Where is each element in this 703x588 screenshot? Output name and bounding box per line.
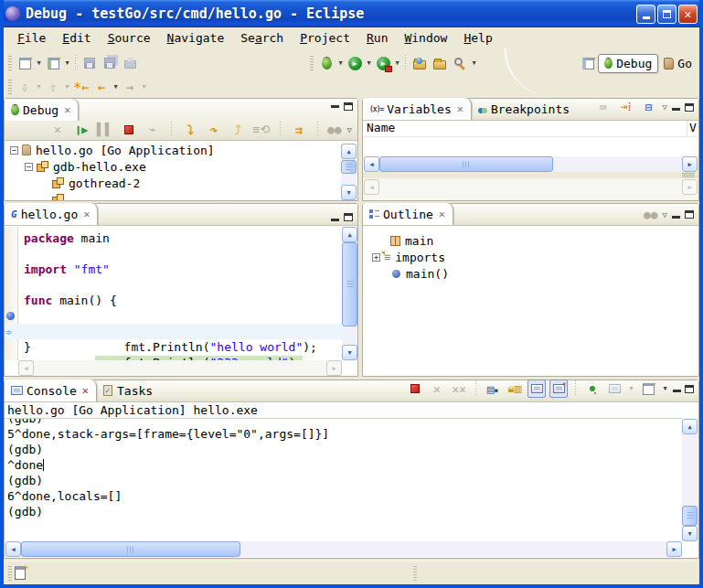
maximize-view-button[interactable] xyxy=(344,102,353,111)
breakpoint-icon[interactable] xyxy=(6,312,15,320)
step-into-button[interactable]: ⤵ xyxy=(181,121,199,139)
search-dropdown[interactable]: ▼ xyxy=(470,59,478,67)
debug-tree[interactable]: − hello.go [Go Application] − gdb-hello.… xyxy=(5,142,357,200)
perspective-debug-button[interactable]: Debug xyxy=(598,54,658,73)
menu-window[interactable]: Window xyxy=(396,29,455,47)
show-stdout-toggle[interactable] xyxy=(527,380,546,398)
step-over-button[interactable]: ↷ xyxy=(205,121,223,139)
new-project-button[interactable] xyxy=(43,53,63,73)
toolbar-drag-handle[interactable] xyxy=(8,56,12,70)
scroll-thumb[interactable] xyxy=(682,506,698,526)
suspend-button[interactable]: ▌▌ xyxy=(96,121,114,139)
console-hscrollbar[interactable]: ◀ ▶ xyxy=(5,541,682,557)
fast-view-button[interactable] xyxy=(15,566,26,580)
menu-help[interactable]: Help xyxy=(455,29,500,47)
outline-item-package[interactable]: main xyxy=(363,232,698,249)
scroll-down-icon[interactable]: ▼ xyxy=(342,345,357,360)
disconnect-button[interactable]: ⌁ xyxy=(144,121,162,139)
maximize-view-button[interactable] xyxy=(685,210,694,219)
back-dropdown[interactable]: ▼ xyxy=(112,83,120,91)
console-terminate-button[interactable] xyxy=(406,380,424,398)
scroll-lock-button[interactable]: 🔒︎▥ xyxy=(506,380,524,398)
scroll-left-icon[interactable]: ◀ xyxy=(5,541,21,557)
toolbar-drag-handle[interactable] xyxy=(310,56,314,70)
view-menu-icon[interactable]: ▽ xyxy=(347,125,352,134)
debug-tree-row-launch[interactable]: − hello.go [Go Application] xyxy=(5,142,357,158)
drop-to-frame-button[interactable]: ≡⟲ xyxy=(252,121,271,139)
scroll-right-icon[interactable]: ▶ xyxy=(682,156,698,172)
outline-item-main-func[interactable]: main() xyxy=(363,265,698,282)
code-line-breakpoint[interactable]: fmt.Println("hello world"); xyxy=(5,308,342,324)
close-window-button[interactable]: ✕ xyxy=(678,5,698,24)
next-annotation-button[interactable]: ⇩ xyxy=(15,77,35,97)
scroll-up-icon[interactable]: ▲ xyxy=(341,144,357,159)
editor-vscrollbar[interactable]: ▲ ▼ xyxy=(342,227,357,360)
clear-console-button[interactable]: ▤✖ xyxy=(484,380,502,398)
tab-outline[interactable]: Outline ✕ xyxy=(363,203,453,225)
scroll-thumb[interactable] xyxy=(341,160,357,174)
code-line-current[interactable]: ➾ fmt.Println("333 world"); xyxy=(5,324,342,339)
perspective-go-button[interactable]: Go xyxy=(658,55,698,72)
outline-item-imports[interactable]: + ≡ imports xyxy=(363,249,698,265)
minimize-view-button[interactable] xyxy=(331,105,339,108)
collapse-toggle[interactable]: − xyxy=(25,163,33,171)
maximize-window-button[interactable] xyxy=(657,5,676,24)
minimize-view-button[interactable] xyxy=(672,108,680,111)
tab-debug[interactable]: Debug ✕ xyxy=(5,99,79,121)
outline-misc-icon[interactable]: ●● xyxy=(644,208,658,221)
step-return-button[interactable]: ⤴ xyxy=(229,121,247,139)
scroll-down-icon[interactable]: ▼ xyxy=(341,185,357,200)
detail-hscrollbar[interactable]: ◀ ▶ xyxy=(364,179,698,195)
scroll-thumb[interactable] xyxy=(342,242,357,326)
view-menu-icon[interactable]: ▽ xyxy=(663,102,667,112)
scroll-left-icon[interactable]: ◀ xyxy=(364,179,379,195)
new-wizard-dropdown[interactable]: ▼ xyxy=(35,59,43,67)
minimize-view-button[interactable] xyxy=(672,216,680,219)
variables-hscrollbar[interactable]: ◀ ▶ xyxy=(364,156,698,172)
debug-button[interactable] xyxy=(316,53,336,73)
maximize-view-button[interactable] xyxy=(344,213,353,221)
tab-variables[interactable]: (x)= Variables ✕ xyxy=(363,98,472,120)
close-tab-icon[interactable]: ✕ xyxy=(83,208,90,220)
scroll-right-icon[interactable]: ▶ xyxy=(666,541,682,557)
external-tools-dropdown[interactable]: ▼ xyxy=(393,59,401,67)
terminate-button[interactable] xyxy=(120,121,138,139)
menu-search[interactable]: Search xyxy=(232,29,292,47)
statusbar-drag-handle[interactable] xyxy=(413,566,417,581)
column-name-header[interactable]: Name xyxy=(367,121,395,134)
scroll-up-icon[interactable]: ▲ xyxy=(682,419,698,434)
open-perspective-button[interactable] xyxy=(578,53,598,73)
outline-tree[interactable]: main + ≡ imports main() xyxy=(363,227,698,376)
minimize-view-button[interactable] xyxy=(673,390,681,392)
debug-dropdown[interactable]: ▼ xyxy=(336,59,345,67)
tab-console[interactable]: Console ✕ xyxy=(5,380,97,401)
collapse-all-button[interactable]: ⊟ xyxy=(640,98,658,116)
scroll-left-icon[interactable]: ◀ xyxy=(364,156,379,172)
maximize-view-button[interactable] xyxy=(685,103,694,112)
code-line[interactable]: func main() { xyxy=(5,293,342,308)
pin-console-button[interactable] xyxy=(583,380,602,398)
minimize-window-button[interactable] xyxy=(636,5,655,24)
console-output[interactable]: (gdb) 5^done,stack-args=[frame={level="0… xyxy=(5,419,682,541)
new-wizard-button[interactable] xyxy=(15,53,35,73)
display-selected-console-button[interactable] xyxy=(605,380,623,398)
resume-button[interactable]: ❙▶ xyxy=(72,121,91,139)
show-type-names-button[interactable]: ⌨ xyxy=(594,98,612,116)
forward-button[interactable]: → xyxy=(120,77,140,97)
variables-tree-empty[interactable] xyxy=(363,138,698,156)
debug-tree-row-process[interactable]: − gdb-hello.exe xyxy=(5,158,357,175)
tab-hello-go[interactable]: G hello.go ✕ xyxy=(5,203,98,225)
close-tab-icon[interactable]: ✕ xyxy=(457,102,463,115)
code-line[interactable] xyxy=(5,277,342,293)
menu-file[interactable]: File xyxy=(9,29,54,47)
show-stderr-toggle[interactable] xyxy=(549,380,568,398)
run-dropdown[interactable]: ▼ xyxy=(365,59,373,67)
menu-edit[interactable]: Edit xyxy=(54,29,99,47)
title-bar[interactable]: Debug - testGo/src/cmd/hello.go - Eclips… xyxy=(0,0,703,27)
scroll-down-icon[interactable]: ▼ xyxy=(682,526,698,541)
scroll-left-icon[interactable]: ◀ xyxy=(18,360,34,376)
save-button[interactable] xyxy=(80,53,100,73)
last-edit-location-button[interactable]: *← xyxy=(71,77,91,97)
debug-tree-row-partial[interactable] xyxy=(5,191,357,200)
code-line[interactable] xyxy=(5,246,342,262)
